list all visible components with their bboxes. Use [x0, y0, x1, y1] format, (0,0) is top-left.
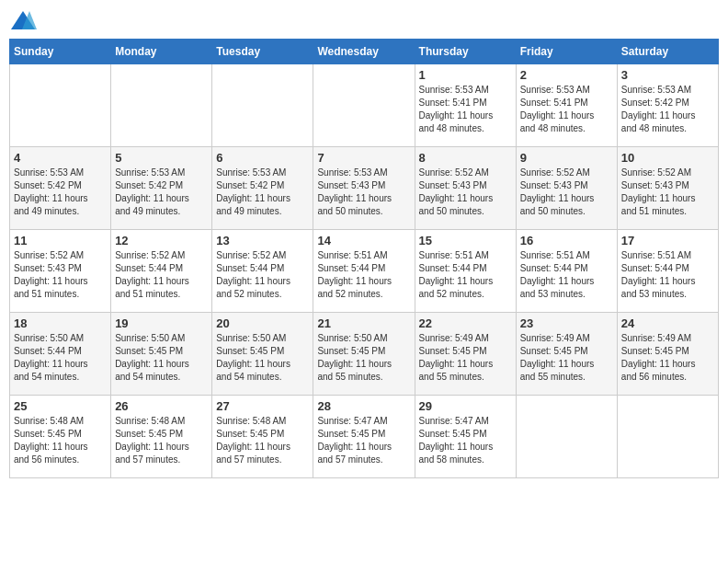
- day-number: 1: [419, 68, 512, 82]
- day-info: Sunrise: 5:53 AM Sunset: 5:42 PM Dayligh…: [115, 167, 208, 218]
- day-info: Sunrise: 5:48 AM Sunset: 5:45 PM Dayligh…: [14, 415, 107, 466]
- day-info: Sunrise: 5:48 AM Sunset: 5:45 PM Dayligh…: [115, 415, 208, 466]
- day-info: Sunrise: 5:53 AM Sunset: 5:42 PM Dayligh…: [216, 167, 309, 218]
- day-info: Sunrise: 5:50 AM Sunset: 5:45 PM Dayligh…: [216, 332, 309, 384]
- day-number: 17: [621, 234, 714, 247]
- calendar-cell: 8Sunrise: 5:52 AM Sunset: 5:43 PM Daylig…: [415, 147, 516, 230]
- day-number: 6: [216, 151, 309, 165]
- day-number: 4: [14, 151, 107, 165]
- calendar-cell: 19Sunrise: 5:50 AM Sunset: 5:45 PM Dayli…: [111, 313, 212, 396]
- day-number: 9: [520, 151, 613, 165]
- day-info: Sunrise: 5:51 AM Sunset: 5:44 PM Dayligh…: [317, 249, 410, 301]
- calendar-week-row: 18Sunrise: 5:50 AM Sunset: 5:44 PM Dayli…: [10, 313, 719, 396]
- day-info: Sunrise: 5:51 AM Sunset: 5:44 PM Dayligh…: [621, 249, 714, 301]
- calendar-cell: [313, 64, 415, 147]
- day-number: 24: [621, 316, 714, 330]
- calendar-cell: 5Sunrise: 5:53 AM Sunset: 5:42 PM Daylig…: [111, 147, 212, 230]
- calendar-cell: 2Sunrise: 5:53 AM Sunset: 5:41 PM Daylig…: [516, 64, 617, 147]
- calendar-week-row: 1Sunrise: 5:53 AM Sunset: 5:41 PM Daylig…: [10, 64, 719, 147]
- calendar-cell: 21Sunrise: 5:50 AM Sunset: 5:45 PM Dayli…: [313, 313, 415, 396]
- calendar-cell: 4Sunrise: 5:53 AM Sunset: 5:42 PM Daylig…: [10, 147, 111, 230]
- day-info: Sunrise: 5:53 AM Sunset: 5:43 PM Dayligh…: [317, 167, 410, 218]
- calendar-cell: [617, 396, 718, 478]
- weekday-header-thursday: Thursday: [415, 40, 516, 64]
- calendar-cell: 7Sunrise: 5:53 AM Sunset: 5:43 PM Daylig…: [313, 147, 415, 230]
- day-number: 28: [317, 399, 410, 413]
- day-info: Sunrise: 5:50 AM Sunset: 5:44 PM Dayligh…: [14, 332, 107, 384]
- day-info: Sunrise: 5:52 AM Sunset: 5:43 PM Dayligh…: [621, 167, 714, 218]
- calendar-cell: 12Sunrise: 5:52 AM Sunset: 5:44 PM Dayli…: [111, 230, 212, 313]
- day-info: Sunrise: 5:49 AM Sunset: 5:45 PM Dayligh…: [520, 332, 613, 384]
- day-number: 20: [216, 316, 309, 330]
- calendar-cell: 16Sunrise: 5:51 AM Sunset: 5:44 PM Dayli…: [516, 230, 617, 313]
- calendar-cell: [111, 64, 212, 147]
- calendar-cell: 18Sunrise: 5:50 AM Sunset: 5:44 PM Dayli…: [10, 313, 111, 396]
- calendar-cell: 1Sunrise: 5:53 AM Sunset: 5:41 PM Daylig…: [415, 64, 516, 147]
- day-number: 5: [115, 151, 208, 165]
- day-info: Sunrise: 5:53 AM Sunset: 5:42 PM Dayligh…: [14, 167, 107, 218]
- day-info: Sunrise: 5:52 AM Sunset: 5:43 PM Dayligh…: [419, 167, 512, 218]
- calendar-week-row: 4Sunrise: 5:53 AM Sunset: 5:42 PM Daylig…: [10, 147, 719, 230]
- day-number: 16: [520, 234, 613, 247]
- calendar-cell: 25Sunrise: 5:48 AM Sunset: 5:45 PM Dayli…: [10, 396, 111, 478]
- calendar-cell: 9Sunrise: 5:52 AM Sunset: 5:43 PM Daylig…: [516, 147, 617, 230]
- day-number: 27: [216, 399, 309, 413]
- weekday-header-saturday: Saturday: [617, 40, 718, 64]
- day-number: 13: [216, 234, 309, 247]
- day-info: Sunrise: 5:52 AM Sunset: 5:44 PM Dayligh…: [115, 249, 208, 301]
- day-number: 8: [419, 151, 512, 165]
- day-info: Sunrise: 5:47 AM Sunset: 5:45 PM Dayligh…: [317, 415, 410, 466]
- logo: [9, 9, 40, 31]
- calendar-cell: [10, 64, 111, 147]
- calendar-table: SundayMondayTuesdayWednesdayThursdayFrid…: [9, 39, 719, 478]
- day-number: 18: [14, 316, 107, 330]
- day-info: Sunrise: 5:52 AM Sunset: 5:43 PM Dayligh…: [520, 167, 613, 218]
- calendar-cell: 27Sunrise: 5:48 AM Sunset: 5:45 PM Dayli…: [212, 396, 313, 478]
- calendar-cell: 14Sunrise: 5:51 AM Sunset: 5:44 PM Dayli…: [313, 230, 415, 313]
- calendar-cell: 10Sunrise: 5:52 AM Sunset: 5:43 PM Dayli…: [617, 147, 718, 230]
- calendar-cell: 22Sunrise: 5:49 AM Sunset: 5:45 PM Dayli…: [415, 313, 516, 396]
- calendar-cell: 28Sunrise: 5:47 AM Sunset: 5:45 PM Dayli…: [313, 396, 415, 478]
- calendar-cell: 11Sunrise: 5:52 AM Sunset: 5:43 PM Dayli…: [10, 230, 111, 313]
- calendar-cell: [516, 396, 617, 478]
- weekday-header-row: SundayMondayTuesdayWednesdayThursdayFrid…: [10, 40, 719, 64]
- weekday-header-friday: Friday: [516, 40, 617, 64]
- calendar-cell: 3Sunrise: 5:53 AM Sunset: 5:42 PM Daylig…: [617, 64, 718, 147]
- day-number: 14: [317, 234, 410, 247]
- calendar-header: SundayMondayTuesdayWednesdayThursdayFrid…: [10, 40, 719, 64]
- day-number: 26: [115, 399, 208, 413]
- weekday-header-tuesday: Tuesday: [212, 40, 313, 64]
- calendar-week-row: 11Sunrise: 5:52 AM Sunset: 5:43 PM Dayli…: [10, 230, 719, 313]
- calendar-cell: 23Sunrise: 5:49 AM Sunset: 5:45 PM Dayli…: [516, 313, 617, 396]
- day-info: Sunrise: 5:52 AM Sunset: 5:44 PM Dayligh…: [216, 249, 309, 301]
- calendar-cell: 6Sunrise: 5:53 AM Sunset: 5:42 PM Daylig…: [212, 147, 313, 230]
- day-number: 7: [317, 151, 410, 165]
- day-info: Sunrise: 5:49 AM Sunset: 5:45 PM Dayligh…: [621, 332, 714, 384]
- day-number: 29: [419, 399, 512, 413]
- day-info: Sunrise: 5:51 AM Sunset: 5:44 PM Dayligh…: [520, 249, 613, 301]
- header: [9, 9, 719, 31]
- day-number: 19: [115, 316, 208, 330]
- day-info: Sunrise: 5:50 AM Sunset: 5:45 PM Dayligh…: [317, 332, 410, 384]
- day-info: Sunrise: 5:51 AM Sunset: 5:44 PM Dayligh…: [419, 249, 512, 301]
- calendar-cell: 20Sunrise: 5:50 AM Sunset: 5:45 PM Dayli…: [212, 313, 313, 396]
- calendar-cell: [212, 64, 313, 147]
- day-info: Sunrise: 5:49 AM Sunset: 5:45 PM Dayligh…: [419, 332, 512, 384]
- calendar-cell: 17Sunrise: 5:51 AM Sunset: 5:44 PM Dayli…: [617, 230, 718, 313]
- day-info: Sunrise: 5:53 AM Sunset: 5:42 PM Dayligh…: [621, 84, 714, 135]
- day-number: 22: [419, 316, 512, 330]
- day-number: 15: [419, 234, 512, 247]
- day-number: 23: [520, 316, 613, 330]
- day-number: 11: [14, 234, 107, 247]
- day-number: 2: [520, 68, 613, 82]
- day-number: 10: [621, 151, 714, 165]
- calendar-cell: 29Sunrise: 5:47 AM Sunset: 5:45 PM Dayli…: [415, 396, 516, 478]
- day-number: 25: [14, 399, 107, 413]
- calendar-week-row: 25Sunrise: 5:48 AM Sunset: 5:45 PM Dayli…: [10, 396, 719, 478]
- day-info: Sunrise: 5:52 AM Sunset: 5:43 PM Dayligh…: [14, 249, 107, 301]
- day-number: 12: [115, 234, 208, 247]
- calendar-cell: 13Sunrise: 5:52 AM Sunset: 5:44 PM Dayli…: [212, 230, 313, 313]
- day-info: Sunrise: 5:48 AM Sunset: 5:45 PM Dayligh…: [216, 415, 309, 466]
- calendar-cell: 26Sunrise: 5:48 AM Sunset: 5:45 PM Dayli…: [111, 396, 212, 478]
- day-number: 3: [621, 68, 714, 82]
